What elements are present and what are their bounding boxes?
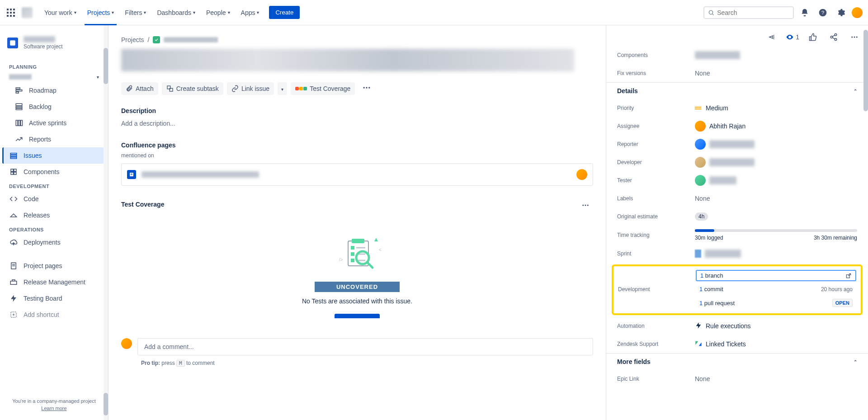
sidebar-learn-more-link[interactable]: Learn more: [9, 406, 99, 411]
svg-rect-18: [16, 106, 22, 108]
sidebar-scrollbar[interactable]: [104, 25, 108, 420]
field-label: Original estimate: [617, 213, 689, 220]
field-development: Development 1 branch 1 commit 20 hours a…: [613, 266, 861, 311]
link-issue-dropdown[interactable]: ▾: [278, 82, 287, 95]
field-labels[interactable]: Labels None: [606, 189, 868, 208]
chevron-down-icon: ▾: [281, 87, 283, 92]
board-selector[interactable]: ▾: [4, 71, 104, 82]
uncovered-badge: UNCOVERED: [315, 282, 400, 292]
test-coverage-button[interactable]: Test Coverage: [291, 82, 355, 95]
development-pr-link[interactable]: 1 pull request OPEN: [696, 297, 856, 309]
nav-label: Projects: [87, 9, 110, 16]
field-automation[interactable]: Automation Rule executions: [606, 317, 868, 335]
sidebar-item-active-sprints[interactable]: Active sprints: [9, 115, 104, 131]
project-header[interactable]: Software project: [4, 33, 104, 53]
sidebar-item-releases[interactable]: Releases: [4, 207, 104, 223]
field-priority[interactable]: Priority Medium: [606, 99, 868, 117]
field-zendesk-support[interactable]: Zendesk Support Linked Tickets: [606, 335, 868, 353]
sidebar-item-project-pages[interactable]: Project pages: [4, 258, 104, 274]
like-button[interactable]: [806, 30, 820, 44]
section-operations: OPERATIONS: [4, 223, 104, 234]
sidebar-item-label: Backlog: [29, 103, 52, 110]
sidebar-item-release-management[interactable]: Release Management: [4, 274, 104, 290]
field-fix-versions[interactable]: Fix versions None: [606, 64, 868, 82]
field-label: Sprint: [617, 250, 689, 257]
details-section-header[interactable]: Details ⌃: [606, 82, 868, 99]
development-branch-link[interactable]: 1 branch: [696, 270, 856, 281]
search-input-container[interactable]: [703, 6, 794, 19]
more-actions-button[interactable]: [359, 80, 375, 96]
nav-projects[interactable]: Projects▾: [83, 5, 119, 20]
field-label: Automation: [617, 323, 689, 329]
svg-rect-52: [351, 252, 354, 256]
create-button[interactable]: Create: [269, 6, 300, 19]
nav-apps[interactable]: Apps▾: [236, 5, 264, 20]
field-developer[interactable]: Developer: [606, 153, 868, 171]
help-icon[interactable]: ?: [816, 5, 830, 20]
sidebar-footer-text: You're in a company-managed project: [9, 398, 99, 404]
svg-rect-54: [351, 259, 354, 262]
sidebar-item-reports[interactable]: Reports: [9, 131, 104, 147]
search-icon: [708, 9, 714, 16]
commit-text: commit: [704, 286, 723, 293]
issue-title-redacted[interactable]: [121, 49, 574, 71]
issue-key-redacted[interactable]: [164, 37, 218, 42]
watch-count-value: 1: [796, 33, 799, 41]
watch-button[interactable]: 1: [786, 33, 799, 41]
link-issue-button[interactable]: Link issue: [227, 82, 274, 95]
more-fields-section-header[interactable]: More fields ⌃: [606, 353, 868, 370]
confluence-page-link[interactable]: [121, 163, 593, 186]
field-tester[interactable]: Tester: [606, 171, 868, 189]
user-avatar[interactable]: [852, 7, 863, 18]
nav-dashboards[interactable]: Dashboards▾: [152, 5, 200, 20]
details-panel-scrollbar[interactable]: [863, 25, 868, 420]
sidebar-item-backlog[interactable]: Backlog: [9, 99, 104, 115]
create-subtask-button[interactable]: Create subtask: [162, 82, 223, 95]
jira-logo-icon[interactable]: [22, 7, 33, 18]
chevron-up-icon: ⌃: [854, 89, 857, 94]
more-button[interactable]: [847, 30, 862, 44]
test-coverage-menu-button[interactable]: [578, 198, 593, 213]
sidebar-item-label: Project pages: [24, 262, 62, 269]
field-sprint[interactable]: Sprint: [606, 245, 868, 263]
svg-line-69: [832, 38, 835, 39]
svg-rect-3: [7, 12, 9, 14]
sidebar-item-components[interactable]: Components: [4, 164, 104, 180]
field-reporter[interactable]: Reporter: [606, 135, 868, 153]
search-input[interactable]: [717, 9, 789, 16]
sidebar-item-roadmap[interactable]: Roadmap: [9, 82, 104, 99]
attach-button[interactable]: Attach: [121, 82, 158, 95]
field-time-tracking[interactable]: Time tracking 30m logged 3h 30m remainin…: [606, 226, 868, 245]
development-commit-link[interactable]: 1 commit 20 hours ago: [696, 284, 856, 294]
sidebar-item-add-shortcut[interactable]: Add shortcut: [4, 307, 104, 323]
cta-button-partial[interactable]: [335, 314, 380, 318]
comment-input[interactable]: Add a comment...: [137, 338, 593, 355]
field-epic-link[interactable]: Epic Link None: [606, 370, 868, 388]
components-value-redacted: [695, 51, 740, 59]
feedback-icon[interactable]: [765, 30, 779, 44]
nav-filters[interactable]: Filters▾: [120, 5, 151, 20]
breadcrumb-projects[interactable]: Projects: [121, 36, 144, 43]
field-original-estimate[interactable]: Original estimate 4h: [606, 208, 868, 226]
sidebar-item-issues[interactable]: Issues: [2, 147, 104, 164]
sidebar-item-code[interactable]: Code: [4, 191, 104, 207]
field-assignee[interactable]: Assignee Abhith Rajan: [606, 117, 868, 135]
field-components[interactable]: Components: [606, 46, 868, 64]
notifications-icon[interactable]: [797, 5, 812, 20]
sidebar-item-deployments[interactable]: Deployments: [4, 234, 104, 250]
app-switcher-icon[interactable]: [5, 7, 16, 18]
sidebar-item-testing-board[interactable]: Testing Board: [4, 290, 104, 307]
share-button[interactable]: [826, 30, 841, 44]
field-value: Abhith Rajan: [709, 123, 745, 130]
page-icon: [9, 261, 18, 270]
svg-rect-14: [16, 88, 20, 89]
nav-your-work[interactable]: Your work▾: [40, 5, 81, 20]
svg-rect-4: [10, 12, 12, 14]
nav-people[interactable]: People▾: [202, 5, 235, 20]
confluence-page-title-redacted: [142, 171, 259, 178]
description-input[interactable]: Add a description...: [121, 118, 593, 129]
protip-label: Pro tip:: [141, 360, 160, 366]
svg-rect-16: [16, 92, 19, 93]
tester-value-redacted: [709, 176, 736, 184]
settings-icon[interactable]: [834, 5, 848, 20]
